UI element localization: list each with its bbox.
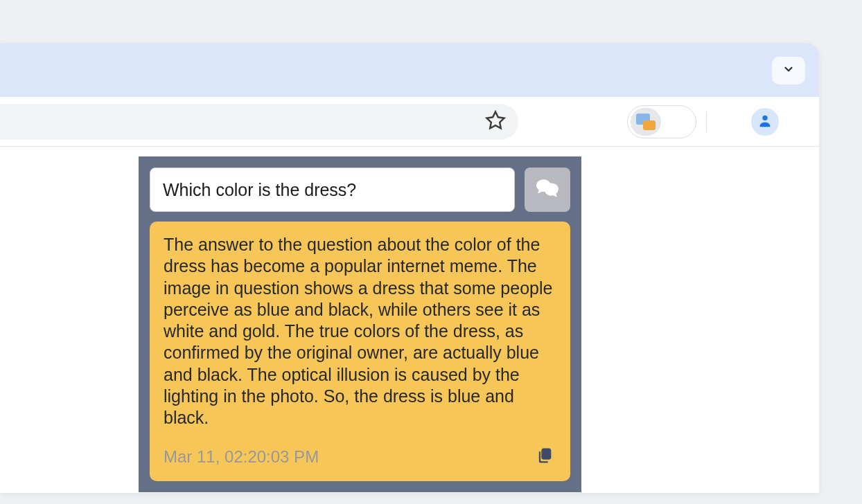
extensions-button[interactable] <box>662 108 693 136</box>
chevron-down-icon <box>782 63 795 78</box>
svg-marker-0 <box>487 111 504 128</box>
copy-icon <box>535 446 554 468</box>
chat-extension-button[interactable] <box>631 108 661 136</box>
chat-bubbles-icon <box>536 178 559 201</box>
divider <box>706 111 707 132</box>
popup-header <box>150 168 570 212</box>
svg-point-3 <box>762 115 767 120</box>
answer-timestamp: Mar 11, 02:20:03 PM <box>164 447 319 467</box>
extension-popup: The answer to the question about the col… <box>139 156 581 492</box>
bookmark-star-icon[interactable] <box>485 110 506 134</box>
more-menu-button[interactable] <box>783 107 813 137</box>
expand-button[interactable] <box>772 57 805 84</box>
toolbar <box>0 97 819 147</box>
answer-box: The answer to the question about the col… <box>150 222 570 481</box>
answer-text: The answer to the question about the col… <box>164 234 556 429</box>
sidepanel-button[interactable] <box>716 107 747 137</box>
profile-button[interactable] <box>751 108 779 136</box>
tab-bar <box>0 43 819 97</box>
new-chat-button[interactable] <box>525 168 570 212</box>
address-bar[interactable] <box>0 104 518 140</box>
extensions-group <box>627 105 696 138</box>
svg-rect-7 <box>541 449 551 460</box>
question-input[interactable] <box>150 168 515 212</box>
copy-button[interactable] <box>533 445 556 469</box>
profile-icon <box>757 113 773 131</box>
chat-extension-icon <box>636 114 656 130</box>
toolbar-right <box>627 105 813 138</box>
answer-footer: Mar 11, 02:20:03 PM <box>164 445 556 469</box>
